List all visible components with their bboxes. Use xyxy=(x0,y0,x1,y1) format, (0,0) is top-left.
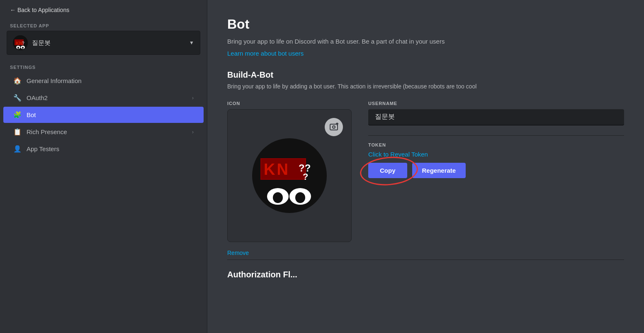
sidebar: ← Back to Applications SELECTED APP KN ?… xyxy=(0,0,207,333)
reveal-token-link[interactable]: Click to Reveal Token xyxy=(368,151,624,158)
svg-text:?: ? xyxy=(303,171,308,182)
upload-icon[interactable] xyxy=(325,118,343,136)
wrench-icon: 🔧 xyxy=(13,94,22,102)
icon-upload-box[interactable]: KN ?? ? xyxy=(227,109,352,242)
sidebar-item-general-information[interactable]: 🏠 General Information xyxy=(3,73,204,89)
sidebar-item-rich-presence[interactable]: 📋 Rich Presence › xyxy=(3,124,204,140)
person-icon: 👤 xyxy=(13,145,22,153)
home-icon: 🏠 xyxy=(13,77,22,85)
chevron-down-icon: ▼ xyxy=(189,40,194,46)
username-field-label: USERNAME xyxy=(368,101,624,106)
build-a-bot-title: Build-A-Bot xyxy=(227,70,624,80)
regenerate-token-button[interactable]: Regenerate xyxy=(412,163,466,178)
username-input[interactable] xyxy=(368,109,624,125)
sidebar-item-label: General Information xyxy=(27,77,82,84)
username-field-group: USERNAME xyxy=(368,101,624,125)
rich-presence-icon: 📋 xyxy=(13,128,22,136)
icon-field-label: ICON xyxy=(227,101,352,106)
sidebar-item-app-testers[interactable]: 👤 App Testers xyxy=(3,141,204,157)
sidebar-item-oauth2[interactable]: 🔧 OAuth2 › xyxy=(3,90,204,106)
svg-point-17 xyxy=(295,192,305,203)
svg-rect-18 xyxy=(330,124,338,130)
svg-point-15 xyxy=(273,192,283,203)
build-a-bot-container: ICON KN ?? ? xyxy=(227,101,624,256)
svg-point-7 xyxy=(22,47,24,49)
field-separator xyxy=(368,135,624,136)
svg-text:KN: KN xyxy=(16,41,22,46)
sidebar-item-label: App Testers xyxy=(27,145,59,152)
app-name: 질문봇 xyxy=(32,39,185,47)
bot-avatar-image: KN ?? ? xyxy=(252,138,327,213)
section-divider xyxy=(227,260,624,260)
sidebar-item-label: OAuth2 xyxy=(27,94,48,101)
chevron-right-icon: › xyxy=(192,95,194,101)
settings-section-label: SETTINGS xyxy=(0,61,207,72)
token-field-label: TOKEN xyxy=(368,142,624,147)
build-a-bot-subtitle: Bring your app to life by adding a bot u… xyxy=(227,82,624,91)
back-to-applications-link[interactable]: ← Back to Applications xyxy=(0,0,207,20)
bot-info-section: USERNAME TOKEN Click to Reveal Token Cop… xyxy=(368,101,624,185)
selected-app-label: SELECTED APP xyxy=(0,20,207,31)
main-content: Bot Bring your app to life on Discord wi… xyxy=(207,0,644,333)
app-selector-dropdown[interactable]: KN ? 질문봇 ▼ xyxy=(7,31,200,55)
page-title: Bot xyxy=(227,17,624,32)
auth-section-title: Authorization Fl... xyxy=(227,270,624,279)
copy-token-button[interactable]: Copy xyxy=(368,163,407,178)
puzzle-icon: 🧩 xyxy=(13,111,22,119)
icon-section: ICON KN ?? ? xyxy=(227,101,352,256)
learn-more-link[interactable]: Learn more about bot users xyxy=(227,50,304,57)
svg-point-19 xyxy=(333,126,335,128)
sidebar-item-label: Rich Presence xyxy=(27,128,67,135)
page-subtitle: Bring your app to life on Discord with a… xyxy=(227,37,624,47)
svg-point-6 xyxy=(17,47,19,49)
sidebar-item-bot[interactable]: 🧩 Bot xyxy=(3,107,204,123)
sidebar-item-label: Bot xyxy=(27,111,36,118)
token-field-group: TOKEN Click to Reveal Token Copy Regener… xyxy=(368,142,624,178)
chevron-right-icon: › xyxy=(192,129,194,135)
svg-text:?: ? xyxy=(22,41,24,46)
svg-text:KN: KN xyxy=(264,161,290,178)
remove-icon-link[interactable]: Remove xyxy=(227,250,352,256)
app-avatar: KN ? xyxy=(13,35,28,50)
token-buttons-group: Copy Regenerate xyxy=(368,163,624,178)
